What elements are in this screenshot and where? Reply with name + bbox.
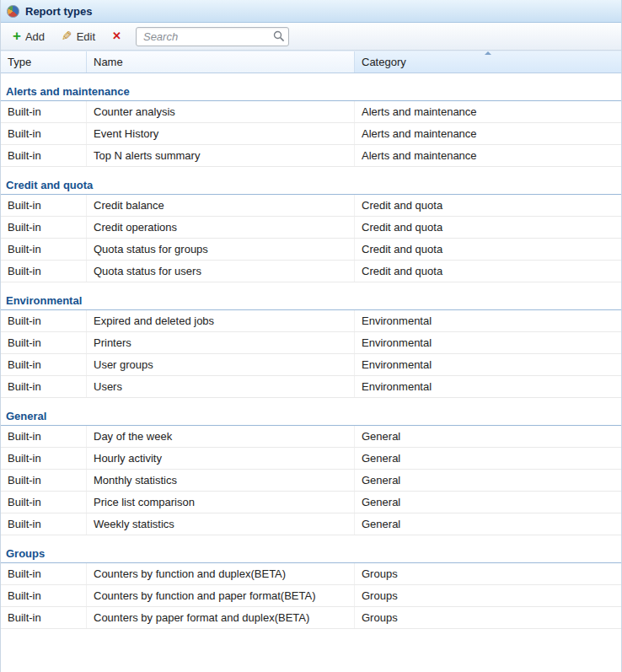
sort-asc-icon (485, 51, 491, 55)
cell-category: General (355, 513, 621, 535)
cell-type: Built-in (1, 310, 87, 331)
cell-category: Credit and quota (355, 217, 621, 238)
table-row[interactable]: Built-inCredit operationsCredit and quot… (1, 217, 621, 239)
cell-name: Monthly statistics (87, 470, 355, 491)
cell-type: Built-in (1, 448, 87, 469)
cell-type: Built-in (1, 492, 87, 513)
titlebar: Report types (1, 0, 621, 23)
cell-category: Groups (355, 585, 621, 606)
cell-type: Built-in (1, 145, 87, 166)
column-header-name[interactable]: Name (87, 51, 355, 73)
table-row[interactable]: Built-inEvent HistoryAlerts and maintena… (1, 123, 621, 145)
delete-icon: ✕ (112, 30, 121, 42)
cell-category: Environmental (355, 376, 621, 397)
table-row[interactable]: Built-inWeekly statisticsGeneral (1, 513, 621, 535)
cell-name: Users (87, 376, 355, 397)
group-header: Alerts and maintenance (1, 73, 621, 101)
cell-name: Expired and deleted jobs (87, 310, 355, 331)
table-row[interactable]: Built-inUsersEnvironmental (1, 376, 621, 398)
cell-name: Event History (87, 123, 355, 144)
cell-category: Alerts and maintenance (355, 123, 621, 144)
cell-category: Credit and quota (355, 195, 621, 216)
cell-type: Built-in (1, 354, 87, 375)
cell-type: Built-in (1, 585, 87, 606)
cell-type: Built-in (1, 332, 87, 353)
table-row[interactable]: Built-inCounters by function and duplex(… (1, 563, 621, 585)
cell-category: Groups (355, 563, 621, 584)
table-row[interactable]: Built-inQuota status for groupsCredit an… (1, 239, 621, 261)
cell-category: Environmental (355, 332, 621, 353)
cell-name: Price list comparison (87, 492, 355, 513)
cell-type: Built-in (1, 607, 87, 628)
table-row[interactable]: Built-inTop N alerts summaryAlerts and m… (1, 145, 621, 167)
group-header: Environmental (1, 282, 621, 310)
table-row[interactable]: Built-inPrintersEnvironmental (1, 332, 621, 354)
table-row[interactable]: Built-inCounters by function and paper f… (1, 585, 621, 607)
cell-type: Built-in (1, 426, 87, 447)
column-header-type-label: Type (8, 56, 31, 68)
search-input[interactable] (143, 30, 273, 43)
cell-type: Built-in (1, 195, 87, 216)
table-row[interactable]: Built-inExpired and deleted jobsEnvironm… (1, 310, 621, 332)
cell-type: Built-in (1, 239, 87, 260)
table-row[interactable]: Built-inCredit balanceCredit and quota (1, 195, 621, 217)
cell-category: Credit and quota (355, 261, 621, 282)
cell-name: Quota status for groups (87, 239, 355, 260)
delete-button[interactable]: ✕ (105, 27, 129, 46)
pie-chart-icon (7, 5, 19, 18)
cell-name: Credit balance (87, 195, 355, 216)
cell-name: Credit operations (87, 217, 355, 238)
cell-category: Alerts and maintenance (355, 145, 621, 166)
cell-type: Built-in (1, 470, 87, 491)
add-button[interactable]: + Add (5, 27, 52, 46)
cell-name: Counter analysis (87, 101, 355, 122)
cell-category: Environmental (355, 354, 621, 375)
table-row[interactable]: Built-inDay of the weekGeneral (1, 426, 621, 448)
window-title: Report types (25, 5, 92, 18)
grid-body: Alerts and maintenanceBuilt-inCounter an… (1, 73, 621, 672)
table-row[interactable]: Built-inCounters by paper format and dup… (1, 607, 621, 629)
cell-name: Counters by function and duplex(BETA) (87, 563, 355, 584)
table-row[interactable]: Built-inMonthly statisticsGeneral (1, 470, 621, 492)
search-box (136, 27, 289, 46)
cell-type: Built-in (1, 376, 87, 397)
cell-name: Quota status for users (87, 261, 355, 282)
group-header: Groups (1, 535, 621, 563)
cell-category: Groups (355, 607, 621, 628)
cell-type: Built-in (1, 513, 87, 535)
table-row[interactable]: Built-inHourly activityGeneral (1, 448, 621, 470)
cell-category: Alerts and maintenance (355, 101, 621, 122)
cell-type: Built-in (1, 101, 87, 122)
edit-button[interactable]: ✎ Edit (54, 27, 103, 46)
column-header-category[interactable]: Category (355, 51, 621, 73)
cell-name: Printers (87, 332, 355, 353)
cell-name: Counters by paper format and duplex(BETA… (87, 607, 355, 628)
toolbar: + Add ✎ Edit ✕ (1, 23, 621, 51)
group-header: General (1, 398, 621, 426)
cell-category: Environmental (355, 310, 621, 331)
cell-category: Credit and quota (355, 239, 621, 260)
cell-name: Weekly statistics (87, 513, 355, 535)
table-row[interactable]: Built-inUser groupsEnvironmental (1, 354, 621, 376)
search-icon[interactable] (273, 30, 285, 42)
add-button-label: Add (25, 30, 45, 43)
cell-category: General (355, 492, 621, 513)
cell-type: Built-in (1, 217, 87, 238)
column-header-category-label: Category (362, 56, 406, 68)
edit-button-label: Edit (77, 30, 95, 43)
column-header-type[interactable]: Type (1, 51, 87, 73)
cell-type: Built-in (1, 261, 87, 282)
cell-type: Built-in (1, 123, 87, 144)
cell-name: Hourly activity (87, 448, 355, 469)
cell-name: Counters by function and paper format(BE… (87, 585, 355, 606)
table-row[interactable]: Built-inCounter analysisAlerts and maint… (1, 101, 621, 123)
column-header-name-label: Name (94, 56, 123, 68)
cell-category: General (355, 470, 621, 491)
report-types-window: Report types + Add ✎ Edit ✕ Type (0, 0, 622, 672)
cell-name: Top N alerts summary (87, 145, 355, 166)
table-row[interactable]: Built-inPrice list comparisonGeneral (1, 492, 621, 513)
cell-name: User groups (87, 354, 355, 375)
cell-category: General (355, 426, 621, 447)
group-header: Credit and quota (1, 167, 621, 195)
table-row[interactable]: Built-inQuota status for usersCredit and… (1, 261, 621, 282)
